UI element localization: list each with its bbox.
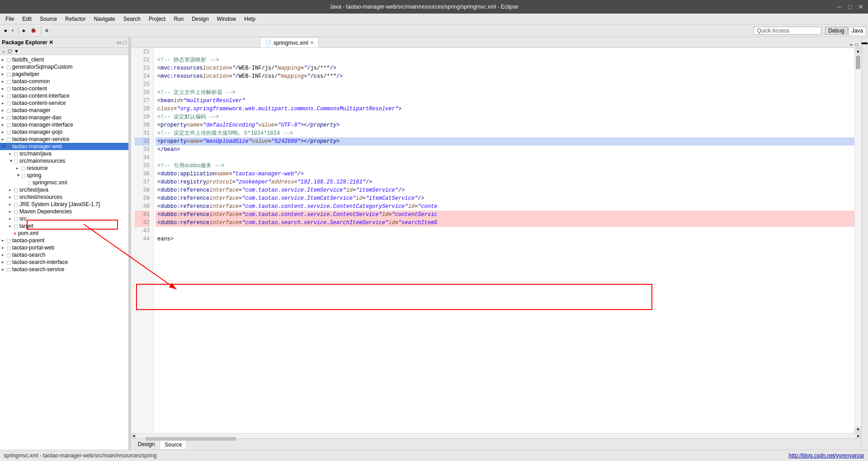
tree-item[interactable]: ▸▢resource — [0, 165, 128, 172]
tree-item[interactable]: ▸▢taotao-parent — [0, 237, 128, 244]
tree-item[interactable]: ▸▢taotao-portal-web — [0, 244, 128, 251]
tree-item[interactable]: ■pom.xml — [0, 230, 128, 237]
toolbar-button-1[interactable]: ◀ — [2, 27, 9, 34]
code-line[interactable]: </bean> — [156, 146, 854, 154]
pkg-toolbar-collapse[interactable]: ⬦ — [2, 49, 5, 54]
tab-source[interactable]: Source — [160, 440, 187, 449]
code-line[interactable]: <mvc:resources location="/WEB-INF/js/" m… — [156, 64, 854, 72]
toolbar-button-debug[interactable]: 🐞 — [28, 27, 38, 34]
maximize-button[interactable]: □ — [846, 3, 854, 10]
code-line[interactable]: <!-- 设定文件上传的最大值5MB, 5*1024*1024 --> — [156, 129, 854, 137]
tree-arrow: ▸ — [2, 253, 6, 257]
code-line[interactable]: <mvc:resources location="/WEB-INF/css/" … — [156, 72, 854, 80]
close-button[interactable]: ✕ — [857, 3, 864, 10]
menu-item-search[interactable]: Search — [120, 15, 144, 23]
code-line[interactable]: <dubbo:reference interface="com.taotao.c… — [156, 211, 854, 219]
tree-item[interactable]: ▸▢taotao-content-service — [0, 99, 128, 107]
window-title: Java - taotao-manager-web/src/main/resou… — [13, 4, 835, 10]
tree-item[interactable]: ▸▢taotao-manager-interface — [0, 121, 128, 128]
tree-item[interactable]: ▸▢Maven Dependencies — [0, 208, 128, 215]
line-number: 26 — [135, 89, 150, 97]
editor-toolbar-min[interactable]: ▭ — [849, 42, 854, 47]
code-line[interactable] — [156, 48, 854, 56]
code-line[interactable]: class="org.springframework.web.multipart… — [156, 105, 854, 113]
menu-item-design[interactable]: Design — [188, 15, 212, 23]
tree-item[interactable]: ▸▢JRE System Library [JavaSE-1.7] — [0, 201, 128, 208]
horizontal-scrollbar[interactable]: ◀ ▶ — [131, 433, 861, 438]
tree-item[interactable]: ▸▢taotao-search-interface — [0, 259, 128, 266]
scroll-left-button[interactable]: ◀ — [131, 433, 137, 439]
menu-item-window[interactable]: Window — [213, 15, 240, 23]
code-line[interactable]: <!-- 定义文件上传解析器 --> — [156, 89, 854, 97]
code-line[interactable]: <dubbo:reference interface="com.taotao.s… — [156, 219, 854, 227]
menu-item-edit[interactable]: Edit — [19, 15, 35, 23]
code-line[interactable]: <dubbo:registry protocol="zookeeper" add… — [156, 178, 854, 186]
toolbar-button-2[interactable]: ⚡ — [9, 27, 16, 34]
vertical-scrollbar[interactable]: ▲ ▼ — [854, 48, 861, 433]
scroll-up-button[interactable]: ▲ — [855, 48, 861, 55]
tree-item[interactable]: ▼▢src/main/resources — [0, 157, 128, 165]
code-line[interactable]: <property name="maxUploadSize" value="52… — [156, 137, 854, 146]
tree-item[interactable]: ▸▢taotao-common — [0, 78, 128, 85]
tree-item[interactable]: ▸▢taotao-search — [0, 251, 128, 259]
menu-item-file[interactable]: File — [2, 15, 18, 23]
scroll-right-button[interactable]: ▶ — [856, 433, 861, 439]
tree-item[interactable]: ▼▢spring — [0, 172, 128, 179]
editor-tab-springmvc[interactable]: 📄 springmvc.xml ✕ — [260, 38, 319, 47]
tree-item[interactable]: ▸▢taotao-content-interface — [0, 92, 128, 99]
tab-close-button[interactable]: ✕ — [310, 40, 314, 45]
quick-access-input[interactable]: Quick Access — [754, 27, 821, 35]
code-line[interactable]: <dubbo:reference interface="com.taotao.s… — [156, 194, 854, 202]
editor-toolbar-max[interactable]: □ — [854, 42, 859, 47]
tree-item[interactable]: ▸▢taotao-manager-dao — [0, 114, 128, 121]
tree-item[interactable]: ▸▢taotao-content — [0, 85, 128, 92]
h-scroll-thumb[interactable] — [146, 437, 236, 441]
code-line[interactable] — [156, 80, 854, 89]
tree-item[interactable]: ▸▢taotao-manager-pojo — [0, 128, 128, 136]
code-line[interactable]: <dubbo:application name="taotao-manager-… — [156, 170, 854, 178]
code-line[interactable]: eans> — [156, 235, 854, 243]
toolbar-button-generic[interactable]: ⚙ — [43, 27, 50, 34]
menu-item-navigate[interactable]: Navigate — [90, 15, 118, 23]
tree-item[interactable]: ▸▢src/test/resources — [0, 193, 128, 201]
menu-item-run[interactable]: Run — [170, 15, 187, 23]
pkg-toolbar-link[interactable]: ⬡ — [8, 48, 12, 54]
tree-item[interactable]: ▸▢generatorSqlmapCustom — [0, 63, 128, 71]
code-line[interactable] — [156, 227, 854, 235]
toolbar-button-run[interactable]: ▶ — [21, 27, 28, 34]
code-line[interactable]: <!-- 引用dubbo服务 --> — [156, 162, 854, 170]
tree-item[interactable]: ▸▢src/test/java — [0, 186, 128, 193]
code-content[interactable]: <!-- 静态资源映射 --><mvc:resources location="… — [154, 48, 854, 433]
scroll-track[interactable] — [855, 55, 861, 426]
right-sidebar-btn[interactable]: ▐ — [862, 39, 868, 46]
perspective-debug[interactable]: Debug — [825, 27, 847, 35]
menu-item-refactor[interactable]: Refactor — [61, 15, 89, 23]
tree-item[interactable]: ▸▢src — [0, 215, 128, 222]
code-line[interactable]: <dubbo:reference interface="com.taotao.c… — [156, 202, 854, 211]
code-line[interactable]: <property name="defaultEncoding" value="… — [156, 121, 854, 129]
menu-item-help[interactable]: Help — [241, 15, 259, 23]
tab-design[interactable]: Design — [133, 440, 160, 449]
code-line[interactable]: <!-- 设定默认编码 --> — [156, 113, 854, 121]
tree-item[interactable]: ▸▢pagehelper — [0, 71, 128, 78]
tree-item[interactable]: ▸▢taotao-manager-service — [0, 136, 128, 143]
code-line[interactable]: <!-- 静态资源映射 --> — [156, 56, 854, 64]
code-line[interactable] — [156, 154, 854, 162]
tree-item[interactable]: ▼▢taotao-manager-web — [0, 143, 128, 150]
tree-item[interactable]: ▸▢target — [0, 222, 128, 230]
tree-item[interactable]: □springmvc.xml — [0, 179, 128, 186]
code-line[interactable]: <bean id="multipartResolver" — [156, 97, 854, 105]
code-line[interactable]: <dubbo:reference interface="com.taotao.s… — [156, 186, 854, 194]
tree-item[interactable]: ▸▢taotao-manager — [0, 107, 128, 114]
menu-item-source[interactable]: Source — [36, 15, 61, 23]
tree-item[interactable]: ▸▢src/main/java — [0, 150, 128, 157]
perspective-java[interactable]: Java — [849, 27, 866, 35]
pkg-toolbar-expand[interactable]: ▼ — [15, 49, 18, 54]
scroll-down-button[interactable]: ▼ — [855, 426, 861, 433]
pkg-maximize[interactable]: □ — [123, 39, 127, 46]
pkg-minimize[interactable]: ▭ — [117, 39, 122, 46]
tree-item[interactable]: ▸▢taotao-search-service — [0, 266, 128, 273]
minimize-button[interactable]: ─ — [835, 3, 843, 10]
tree-item[interactable]: ▸▢fastdfs_client — [0, 56, 128, 63]
menu-item-project[interactable]: Project — [145, 15, 169, 23]
